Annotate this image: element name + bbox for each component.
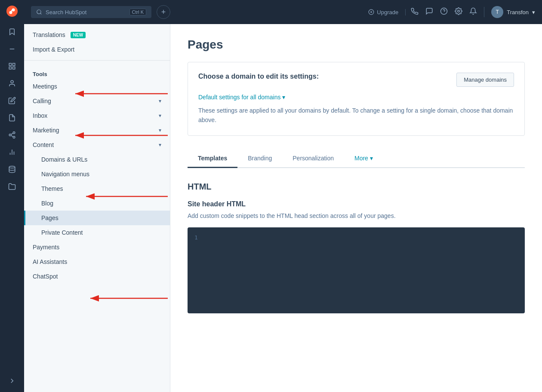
private-content-label: Private Content [41, 229, 83, 236]
calling-label: Calling [33, 98, 51, 104]
svg-line-14 [11, 133, 13, 135]
help-icon[interactable] [440, 7, 448, 17]
notification-icon[interactable] [469, 7, 477, 17]
sidebar-item-payments[interactable]: Payments [24, 240, 170, 254]
sidebar-icon-minus[interactable] [4, 41, 20, 57]
sidebar-item-import-export[interactable]: Import & Export [24, 42, 170, 57]
sidebar-item-navigation-menus[interactable]: Navigation menus [24, 167, 170, 181]
tabs: Templates Branding Personalization More … [188, 150, 525, 168]
chat-icon[interactable] [425, 7, 433, 17]
inbox-label: Inbox [33, 112, 47, 119]
domains-urls-label: Domains & URLs [41, 156, 87, 163]
top-bar-actions: T Transfon ▾ [411, 6, 535, 18]
svg-line-20 [40, 13, 42, 15]
tab-branding[interactable]: Branding [237, 150, 282, 168]
import-export-label: Import & Export [33, 46, 74, 53]
user-name: Transfon [507, 9, 529, 15]
svg-point-1 [12, 9, 15, 12]
manage-domains-button[interactable]: Manage domains [456, 73, 514, 87]
user-menu[interactable]: T Transfon ▾ [491, 6, 535, 18]
user-chevron: ▾ [532, 9, 535, 15]
add-button[interactable]: + [157, 5, 170, 19]
tab-personalization[interactable]: Personalization [282, 150, 344, 168]
svg-rect-5 [9, 63, 11, 65]
svg-point-18 [9, 166, 15, 168]
upgrade-button[interactable]: Upgrade [368, 9, 406, 15]
search-box[interactable]: Search HubSpot Ctrl K [31, 6, 151, 18]
top-bar: Search HubSpot Ctrl K + Upgrade [24, 0, 542, 24]
inbox-chevron: ▾ [159, 113, 161, 119]
sidebar-item-chatspot[interactable]: ChatSpot [24, 269, 170, 284]
domain-card-header: Choose a domain to edit its settings: Ma… [198, 73, 514, 87]
sidebar-icon-connections[interactable] [4, 127, 20, 143]
main-content: Pages Choose a domain to edit its settin… [170, 24, 542, 392]
sidebar-icon-edit[interactable] [4, 93, 20, 108]
sidebar-item-inbox[interactable]: Inbox ▾ [24, 108, 170, 123]
tab-templates[interactable]: Templates [188, 150, 237, 168]
sidebar-icon-bookmark[interactable] [4, 24, 20, 40]
domain-link-chevron: ▾ [282, 94, 285, 101]
domain-description: These settings are applied to all your d… [198, 106, 514, 125]
svg-point-9 [11, 80, 13, 83]
sidebar-item-blog[interactable]: Blog [24, 196, 170, 211]
blog-label: Blog [41, 200, 53, 207]
svg-point-0 [6, 6, 18, 17]
upgrade-icon [368, 9, 374, 15]
section-title: HTML [188, 182, 525, 192]
sidebar: Translations NEW Import & Export Tools M… [24, 24, 170, 392]
sidebar-icon-expand[interactable] [4, 373, 20, 389]
search-shortcut: Ctrl K [129, 9, 147, 15]
sidebar-item-translations[interactable]: Translations NEW [24, 28, 170, 42]
sidebar-item-marketing[interactable]: Marketing ▾ [24, 123, 170, 138]
subsection-title: Site header HTML [188, 200, 525, 208]
pages-label: Pages [41, 214, 59, 221]
chatspot-label: ChatSpot [33, 273, 58, 280]
domain-link[interactable]: Default settings for all domains ▾ [198, 94, 514, 101]
sidebar-icon-folder[interactable] [4, 179, 20, 194]
content-chevron: ▾ [159, 142, 161, 148]
phone-icon[interactable] [411, 7, 419, 17]
sidebar-icon-contacts[interactable] [4, 76, 20, 91]
domain-card: Choose a domain to edit its settings: Ma… [188, 62, 525, 136]
search-icon [36, 9, 42, 15]
marketing-chevron: ▾ [159, 127, 161, 133]
sidebar-item-pages[interactable]: Pages [24, 211, 170, 225]
hubspot-logo[interactable] [4, 3, 20, 19]
sidebar-item-content[interactable]: Content ▾ [24, 138, 170, 152]
svg-rect-7 [9, 67, 11, 69]
sidebar-item-themes[interactable]: Themes [24, 181, 170, 196]
sidebar-divider-1 [24, 60, 170, 61]
translations-label: Translations [33, 31, 65, 38]
sidebar-item-domains-urls[interactable]: Domains & URLs [24, 152, 170, 167]
sidebar-icon-chart[interactable] [4, 144, 20, 160]
svg-point-26 [458, 10, 460, 12]
calling-chevron: ▾ [159, 98, 161, 104]
code-editor[interactable]: 1 [188, 227, 525, 313]
navigation-menus-label: Navigation menus [41, 171, 89, 178]
marketing-label: Marketing [33, 127, 59, 134]
settings-icon[interactable] [455, 7, 462, 17]
sidebar-icon-files[interactable] [4, 110, 20, 126]
more-chevron-icon: ▾ [370, 155, 373, 162]
sidebar-item-meetings[interactable]: Meetings [24, 79, 170, 94]
page-title: Pages [188, 38, 525, 52]
svg-line-13 [11, 135, 13, 137]
domain-card-title: Choose a domain to edit its settings: [198, 73, 319, 80]
subsection-desc: Add custom code snippets to the HTML hea… [188, 211, 525, 220]
ai-assistants-label: AI Assistants [33, 258, 67, 265]
new-badge: NEW [71, 32, 86, 38]
sidebar-item-ai-assistants[interactable]: AI Assistants [24, 254, 170, 269]
sidebar-icon-database[interactable] [4, 162, 20, 177]
user-avatar: T [491, 6, 503, 18]
code-content[interactable] [205, 234, 518, 306]
sidebar-icon-dashboard[interactable] [4, 58, 20, 74]
sidebar-item-private-content[interactable]: Private Content [24, 225, 170, 240]
tools-section-label: Tools [24, 64, 170, 79]
themes-label: Themes [41, 185, 63, 192]
tab-more[interactable]: More ▾ [344, 150, 383, 168]
payments-label: Payments [33, 244, 59, 251]
svg-point-11 [9, 134, 11, 136]
upgrade-label: Upgrade [377, 9, 398, 15]
svg-rect-8 [13, 67, 15, 69]
sidebar-item-calling[interactable]: Calling ▾ [24, 94, 170, 108]
